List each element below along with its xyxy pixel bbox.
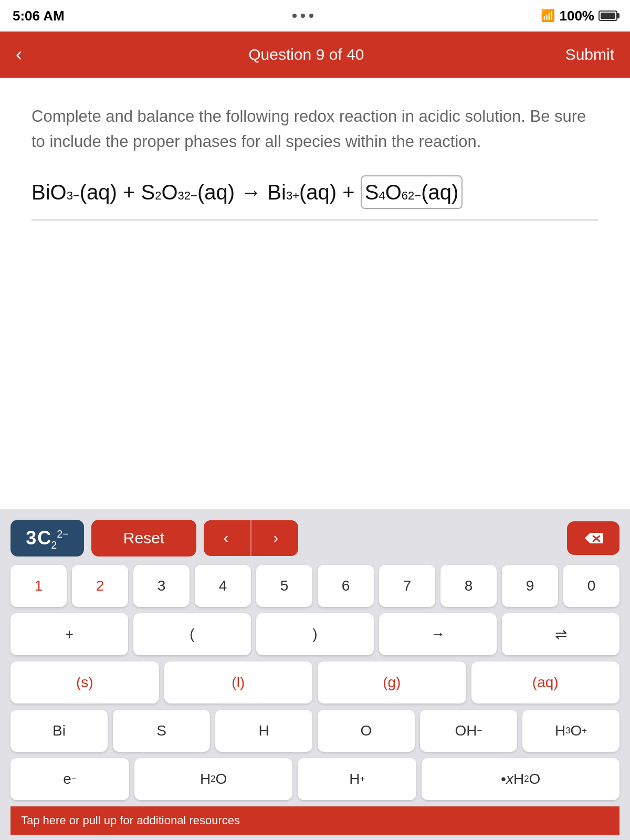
right-arrow-button[interactable]: › [254,520,298,556]
eq-s4o6: S4O62−(aq) [361,175,463,209]
key-electron[interactable]: e− [10,758,129,800]
key-solid[interactable]: (s) [10,662,159,704]
nav-arrows: ‹ › [204,520,298,556]
key-H3O+[interactable]: H3O+ [522,710,620,752]
operator-row: + ( ) → ⇌ [10,613,620,655]
key-O[interactable]: O [318,710,415,752]
key-7[interactable]: 7 [379,565,435,607]
elements-row: Bi S H O OH− H3O+ [10,710,620,752]
key-8[interactable]: 8 [440,565,497,607]
key-Bi[interactable]: Bi [10,710,108,752]
key-1[interactable]: 1 [10,565,67,607]
key-H+[interactable]: H+ [298,758,416,800]
key-liquid[interactable]: (l) [164,662,313,704]
key-lparen[interactable]: ( [133,613,251,655]
eq-plus2: + [337,177,361,207]
key-4[interactable]: 4 [195,565,251,607]
question-progress: Question 9 of 40 [248,46,364,64]
eq-bio3: BiO3−(aq) [32,177,117,207]
key-rparen[interactable]: ) [256,613,374,655]
battery-percent: 100% [559,8,594,24]
key-0[interactable]: 0 [563,565,620,607]
key-OH-[interactable]: OH− [420,710,517,752]
status-time: 5:06 AM [13,8,65,24]
nav-bar: ‹ Question 9 of 40 Submit [0,32,630,78]
key-equilibrium[interactable]: ⇌ [502,613,620,655]
status-right: 📶 100% [541,8,617,24]
resources-bar[interactable]: Tap here or pull up for additional resou… [10,806,620,835]
coeff-element: C22− [37,527,69,549]
coefficient-display: 3 C22− [10,520,84,556]
chemical-equation: BiO3−(aq) + S2O32−(aq) → Bi3+(aq) + S4O6… [32,175,598,209]
number-row: 1 2 3 4 5 6 7 8 9 0 [10,565,620,607]
status-bar: 5:06 AM 📶 100% [0,0,630,32]
bottom-row: e− H2O H+ • x H2O [10,758,620,800]
question-text: Complete and balance the following redox… [32,104,598,154]
keyboard-top-row: 3 C22− Reset ‹ › [10,520,620,556]
key-plus[interactable]: + [10,613,128,655]
key-6[interactable]: 6 [318,565,374,607]
phases-row: (s) (l) (g) (aq) [10,662,620,704]
key-arrow[interactable]: → [379,613,497,655]
key-aqueous[interactable]: (aq) [471,662,620,704]
key-xH2O[interactable]: • x H2O [422,758,620,800]
key-S[interactable]: S [113,710,210,752]
backspace-icon [584,531,603,545]
status-dots [292,14,313,18]
submit-button[interactable]: Submit [565,46,614,64]
key-H2O[interactable]: H2O [134,758,292,800]
left-arrow-button[interactable]: ‹ [204,520,248,556]
key-3[interactable]: 3 [133,565,190,607]
eq-arrow: → [235,177,267,207]
key-9[interactable]: 9 [502,565,558,607]
eq-s2o3: S2O32−(aq) [141,177,235,207]
key-2[interactable]: 2 [72,565,128,607]
key-gas[interactable]: (g) [318,662,466,704]
eq-bi3: Bi3+(aq) [267,177,337,207]
key-H[interactable]: H [215,710,312,752]
delete-button[interactable] [567,521,620,555]
battery-icon [598,10,617,21]
keyboard-area: 3 C22− Reset ‹ › 1 2 3 4 5 6 7 8 9 0 [0,509,630,840]
reset-button[interactable]: Reset [91,520,196,556]
wifi-icon: 📶 [541,9,555,23]
eq-plus1: + [117,177,141,207]
key-5[interactable]: 5 [256,565,312,607]
coeff-number: 3 [26,527,36,549]
resources-label: Tap here or pull up for additional resou… [21,814,240,827]
equation-container[interactable]: BiO3−(aq) + S2O32−(aq) → Bi3+(aq) + S4O6… [32,175,598,220]
back-button[interactable]: ‹ [16,44,47,66]
question-area: Complete and balance the following redox… [0,78,630,414]
